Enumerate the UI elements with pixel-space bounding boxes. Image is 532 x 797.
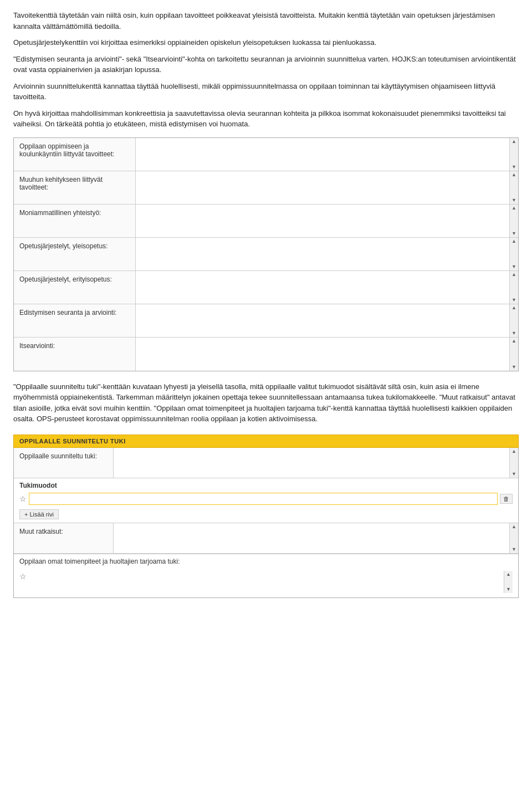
scrollbar-5: ▲ ▼ — [509, 304, 518, 337]
paragraph-3: "Edistymisen seuranta ja arviointi"- sek… — [13, 54, 519, 75]
form-textarea-5[interactable] — [136, 304, 518, 337]
toimenpiteet-label: Oppilaan omat toimenpiteet ja huoltajien… — [19, 558, 513, 565]
toimenpiteet-row: ☆ ▲ ▼ — [14, 569, 518, 597]
form-textarea-6[interactable] — [136, 338, 518, 371]
form-textarea-1[interactable] — [136, 171, 518, 204]
support-label-muut: Muut ratkaisut: — [14, 523, 114, 553]
tukimuodot-row-1: ☆ 🗑 — [19, 493, 513, 505]
toimenpiteet-label-row: Oppilaan omat toimenpiteet ja huoltajien… — [14, 554, 518, 569]
form-row-0: Oppilaan oppimiseen ja koulunkäyntiin li… — [14, 138, 518, 171]
toimenpiteet-star-icon: ☆ — [19, 572, 27, 581]
support-input-area-muut: ▲ ▼ — [114, 523, 518, 553]
tukimuodot-label: Tukimuodot — [19, 482, 513, 489]
form-row-3: Opetusjärjestelyt, yleisopetus: ▲ ▼ — [14, 238, 518, 271]
form-input-area-6: ▲ ▼ — [136, 338, 518, 371]
scrollbar-3: ▲ ▼ — [509, 238, 518, 270]
scroll-down-1[interactable]: ▼ — [511, 198, 516, 203]
scroll-up-3[interactable]: ▲ — [511, 239, 516, 244]
main-form-box: Oppilaan oppimiseen ja koulunkäyntiin li… — [13, 137, 519, 371]
support-textarea-muut[interactable] — [114, 523, 518, 553]
scroll-up-0[interactable]: ▲ — [511, 139, 516, 144]
form-row-6: Itsearviointi: ▲ ▼ — [14, 338, 518, 371]
scroll-up-toimenpiteet[interactable]: ▲ — [506, 572, 511, 577]
tukimuodot-delete-btn-1[interactable]: 🗑 — [500, 494, 513, 504]
paragraph-5: On hyvä kirjoittaa mahdollisimman konkre… — [13, 108, 519, 130]
paragraph-5-rest: hyvä kirjoittaa mahdollisimman konkreett… — [13, 109, 506, 129]
add-row-button[interactable]: + Lisää rivi — [19, 509, 59, 519]
scroll-down-5[interactable]: ▼ — [511, 331, 516, 336]
scroll-down-2[interactable]: ▼ — [511, 231, 516, 236]
support-section-header: OPPILAALLE SUUNNITELTU TUKI — [13, 435, 519, 448]
form-label-1: Muuhun kehitykseen liittyvät tavoitteet: — [14, 171, 136, 204]
form-input-area-4: ▲ ▼ — [136, 271, 518, 304]
scrollbar-muut: ▲ ▼ — [509, 523, 518, 553]
form-input-area-0: ▲ ▼ — [136, 138, 518, 171]
toimenpiteet-scrollbar: ▲ ▼ — [504, 571, 513, 593]
form-label-5: Edistymisen seuranta ja arviointi: — [14, 304, 136, 337]
form-textarea-3[interactable] — [136, 238, 518, 270]
on-badge: On — [13, 109, 23, 117]
support-row-tuki: Oppilaalle suunniteltu tuki: ▲ ▼ — [14, 448, 518, 478]
scrollbar-6: ▲ ▼ — [509, 338, 518, 371]
scroll-down-3[interactable]: ▼ — [511, 264, 516, 269]
support-input-area-tuki: ▲ ▼ — [114, 448, 518, 478]
scroll-up-2[interactable]: ▲ — [511, 206, 516, 211]
paragraph-4: Arvioinnin suunnittelukenttä kannattaa t… — [13, 81, 519, 103]
form-textarea-0[interactable] — [136, 138, 518, 171]
support-label-tuki: Oppilaalle suunniteltu tuki: — [14, 448, 114, 478]
scroll-up-4[interactable]: ▲ — [511, 272, 516, 277]
scroll-down-6[interactable]: ▼ — [511, 365, 516, 370]
form-row-5: Edistymisen seuranta ja arviointi: ▲ ▼ — [14, 304, 518, 338]
form-row-2: Moniammatillinen yhteistyö: ▲ ▼ — [14, 205, 518, 238]
form-input-area-2: ▲ ▼ — [136, 205, 518, 237]
form-label-3: Opetusjärjestelyt, yleisopetus: — [14, 238, 136, 270]
form-input-area-1: ▲ ▼ — [136, 171, 518, 204]
scroll-down-0[interactable]: ▼ — [511, 165, 516, 170]
form-label-2: Moniammatillinen yhteistyö: — [14, 205, 136, 237]
scroll-down-toimenpiteet[interactable]: ▼ — [506, 587, 511, 592]
form-input-area-5: ▲ ▼ — [136, 304, 518, 337]
scroll-up-tuki[interactable]: ▲ — [511, 449, 516, 454]
tukimuodot-input-1[interactable] — [29, 493, 498, 505]
support-row-muut: Muut ratkaisut: ▲ ▼ — [14, 523, 518, 554]
support-paragraph-1: "Oppilaalle suunniteltu tuki"-kenttään k… — [13, 381, 519, 425]
form-label-4: Opetusjärjestelyt, erityisopetus: — [14, 271, 136, 304]
scrollbar-4: ▲ ▼ — [509, 271, 518, 304]
support-box: Oppilaalle suunniteltu tuki: ▲ ▼ Tukimuo… — [13, 448, 519, 598]
support-textarea-tuki[interactable] — [114, 448, 518, 478]
scroll-down-4[interactable]: ▼ — [511, 298, 516, 303]
scrollbar-1: ▲ ▼ — [509, 171, 518, 204]
scroll-up-1[interactable]: ▲ — [511, 172, 516, 177]
scroll-down-tuki[interactable]: ▼ — [511, 472, 516, 477]
form-textarea-4[interactable] — [136, 271, 518, 304]
paragraph-2: Opetusjärjestelykenttiin voi kirjoittaa … — [13, 37, 519, 48]
scroll-up-muut[interactable]: ▲ — [511, 524, 516, 529]
form-input-area-3: ▲ ▼ — [136, 238, 518, 270]
star-icon-1: ☆ — [19, 494, 27, 503]
tukimuodot-section: Tukimuodot ☆ 🗑 + Lisää rivi — [14, 478, 518, 523]
scroll-up-5[interactable]: ▲ — [511, 305, 516, 310]
form-row-1: Muuhun kehitykseen liittyvät tavoitteet:… — [14, 171, 518, 205]
scroll-up-6[interactable]: ▲ — [511, 339, 516, 344]
scroll-down-muut[interactable]: ▼ — [511, 547, 516, 552]
form-textarea-2[interactable] — [136, 205, 518, 237]
scrollbar-tuki: ▲ ▼ — [509, 448, 518, 478]
form-label-6: Itsearviointi: — [14, 338, 136, 371]
form-label-0: Oppilaan oppimiseen ja koulunkäyntiin li… — [14, 138, 136, 171]
paragraph-1: Tavoitekenttiä täytetään vain niiltä osi… — [13, 10, 519, 32]
form-row-4: Opetusjärjestelyt, erityisopetus: ▲ ▼ — [14, 271, 518, 304]
scrollbar-2: ▲ ▼ — [509, 205, 518, 237]
support-section: OPPILAALLE SUUNNITELTU TUKI Oppilaalle s… — [13, 435, 519, 598]
scrollbar-0: ▲ ▼ — [509, 138, 518, 171]
